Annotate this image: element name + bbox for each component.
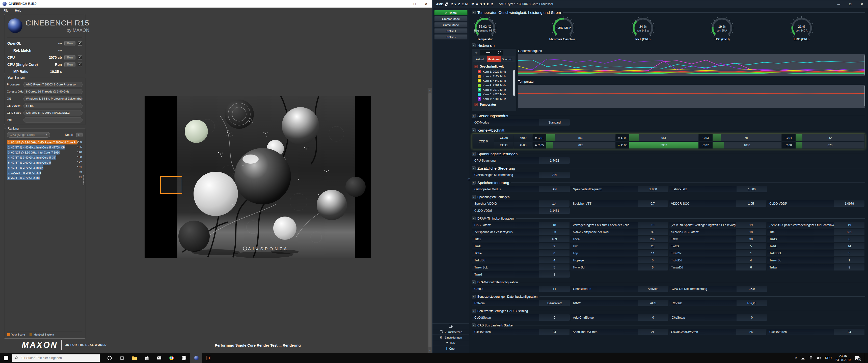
chevron-down-icon[interactable]: ∨	[472, 166, 476, 170]
section-header-dram-controllerkonfiguration[interactable]: ∨DRAM-Controllerkonfiguration	[472, 280, 865, 284]
parameter-cell[interactable]: Trfc631	[767, 229, 865, 235]
section-header-spannungssteuerungen[interactable]: ∨Spannungssteuerungen	[472, 152, 865, 156]
parameter-cell[interactable]: GearDownEnAktiviert	[570, 286, 669, 292]
parameter-cell[interactable]: Trtp14	[570, 250, 668, 256]
start-button[interactable]	[0, 353, 12, 363]
chart-handle[interactable]	[864, 86, 865, 106]
taskbar-cortana-button[interactable]	[103, 353, 116, 363]
parameter-cell[interactable]: Fabric-Takt1.800	[669, 186, 767, 192]
core-c08[interactable]: C 08678	[782, 142, 865, 148]
tab-maximum[interactable]: Maximum	[487, 56, 501, 62]
parameter-cell[interactable]: Twrrd3	[472, 271, 570, 277]
parameter-cell[interactable]: TrdrdDd4	[669, 257, 766, 263]
chevron-down-icon[interactable]: ∨	[472, 309, 476, 313]
section-header-zus-tzliche-steuerung[interactable]: ∨Zusätzliche Steuerung	[472, 166, 865, 170]
show-desktop-button[interactable]	[865, 353, 867, 363]
checkbox-checked-icon[interactable]: ✔	[478, 97, 481, 101]
cinebench-scrollbar[interactable]: ▲ ▼	[428, 88, 432, 353]
legend-core-item[interactable]: ✔Kern 3: 4342 MHz	[472, 78, 516, 83]
parameter-cell[interactable]: Trcpage0	[570, 257, 668, 263]
maximize-icon[interactable]: □	[844, 0, 856, 8]
parameter-cell[interactable]: CsOdtCmdDrvStren24	[669, 329, 766, 335]
apply-discard-button[interactable]	[433, 323, 469, 329]
checkbox-checked-icon[interactable]: ✔	[78, 63, 82, 67]
ryzen-titlebar[interactable]: AMD RYZEN MASTER - AMD Ryzen 7 3800X 8-C…	[433, 0, 868, 8]
details-button[interactable]: ▶	[76, 133, 83, 137]
parameter-cell[interactable]: AddrCmdDrvStren24	[570, 329, 668, 335]
taskbar-ryzen-button[interactable]	[203, 353, 215, 363]
parameter-cell[interactable]: TwrwrScL5	[472, 264, 569, 270]
ranking-row[interactable]: 6. 4C/8T @ 2.79 GHz, Intel Core i7-3840Q…	[7, 165, 83, 170]
chevron-down-icon[interactable]: ∨	[472, 195, 476, 199]
core-c05[interactable]: C 05623	[533, 142, 615, 148]
checkbox-checked-icon[interactable]: ✔	[478, 88, 481, 92]
menu-item-help[interactable]: Help	[15, 9, 21, 12]
parameter-cell[interactable]: AddrCmdSetup0	[570, 315, 669, 321]
legend-temp-group[interactable]: ✔ Temperatur	[472, 101, 516, 107]
volume-icon[interactable]	[817, 356, 821, 360]
section-header-cad-bus-laufwerk-st-rke[interactable]: ∨CAD Bus Laufwerk Stärke	[472, 323, 865, 327]
minimize-icon[interactable]: —	[397, 0, 409, 7]
tab-durchsc[interactable]: Durchsc...	[501, 56, 515, 62]
ranking-row[interactable]: 3. 6C/12T @ 3.30 GHz, Intel Core i7-3930…	[7, 150, 83, 155]
checkbox-checked-icon[interactable]: ✔	[78, 41, 82, 45]
section-header-cores[interactable]: ∨ Kerne-Abschnitt	[472, 128, 865, 132]
sidebar-item-hilfe[interactable]: ?Hilfe	[433, 340, 469, 345]
chart-handle[interactable]	[864, 56, 865, 75]
ranking-row[interactable]: 4. 4C/8T @ 3.40 GHz, Intel Core i7-3770 …	[7, 155, 83, 160]
run-button[interactable]: Run	[64, 55, 75, 60]
run-button[interactable]: Run	[64, 62, 75, 67]
ranking-scrollbar[interactable]	[83, 175, 84, 185]
legend-core-item[interactable]: ✔Kern 4: 2961 MHz	[472, 83, 516, 88]
section-header-histogram[interactable]: ∨ Histogram	[472, 43, 865, 47]
search-input[interactable]	[21, 356, 97, 360]
expand-icon[interactable]	[496, 50, 503, 56]
section-header-dram-timingkonfiguration[interactable]: ∨DRAM-Timingkonfiguration	[472, 216, 865, 221]
clock[interactable]: 23:46 23.08.2019	[835, 354, 850, 362]
sidebar-item-einstellungen[interactable]: ⚙Einstellungen	[433, 334, 469, 340]
legend-core-item[interactable]: ✔Kern 6: 4320 MHz	[472, 92, 516, 97]
language-indicator[interactable]: DEU	[825, 356, 832, 360]
parameter-cell[interactable]: CkeSetup0	[669, 315, 767, 321]
menu-item-file[interactable]: File	[3, 9, 8, 12]
checkbox-checked-icon[interactable]: ✔	[478, 93, 481, 96]
parameter-cell[interactable]: TrdrdSc1	[669, 250, 766, 256]
cinebench-titlebar[interactable]: CINEBENCH R15.0 — □ ✕	[0, 0, 432, 7]
wifi-icon[interactable]	[809, 356, 813, 360]
chevron-down-icon[interactable]: ∨	[472, 280, 476, 284]
sidebar-item-profile-2[interactable]: Profile 2	[434, 34, 468, 40]
taskbar-xbox-button[interactable]	[178, 353, 190, 363]
parameter-cell[interactable]: Verzögerungszeit bis zum Laden der Zeile…	[570, 222, 668, 228]
section-header-speichersteuerung[interactable]: ∨Speichersteuerung	[472, 180, 865, 185]
taskbar-store-button[interactable]	[141, 353, 153, 363]
remove-icon[interactable]	[480, 50, 496, 56]
chevron-down-icon[interactable]: ∨	[472, 114, 476, 118]
parameter-cell[interactable]: VDDCR-SOC1,05	[669, 200, 766, 207]
taskbar-chrome-button[interactable]	[165, 353, 178, 363]
parameter-cell[interactable]: RttParkRZQ/5	[669, 300, 767, 306]
add-icon[interactable]: +	[473, 51, 480, 55]
parameter-cell[interactable]: Tfaw38	[669, 236, 766, 242]
chevron-down-icon[interactable]: ∨	[472, 128, 476, 132]
ranking-row[interactable]: 2. 4C/8T @ 4.40 GHz, Intel Core i7-4770K…	[7, 145, 83, 150]
chevron-down-icon[interactable]: ∨	[472, 295, 476, 298]
chevron-down-icon[interactable]: ∨	[472, 43, 476, 47]
checkbox-checked-icon[interactable]: ✔	[474, 103, 478, 106]
core-c04[interactable]: C 04664	[782, 134, 865, 141]
ranking-row[interactable]: 5. 4C/8T @ 2.60 GHz, Intel Core i7-3720Q…	[7, 160, 83, 165]
parameter-cell[interactable]: Twr26	[570, 243, 668, 249]
legend-core-item[interactable]: ✔Kern 5: 2970 MHz	[472, 88, 516, 92]
close-icon[interactable]: ✕	[421, 0, 432, 7]
parameter-cell[interactable]: „Zeile-zu-Spalte“-Verzögerungszeit für L…	[669, 222, 766, 228]
sidebar-item-zurcksetzen[interactable]: Zurücksetzen	[433, 329, 469, 334]
parameter-cell[interactable]: TwtrL14	[767, 243, 865, 249]
parameter-cell[interactable]: TrdrdSd4	[472, 257, 569, 263]
checkbox-checked-icon[interactable]: ✔	[478, 84, 481, 87]
parameter-cell[interactable]: TrdrdScL5	[767, 250, 865, 256]
checkbox-checked-icon[interactable]: ✔	[474, 65, 478, 68]
parameter-cell[interactable]: TrrdS6	[767, 236, 865, 242]
parameter-cell[interactable]: TwtrS5	[669, 243, 766, 249]
taskbar-mail-button[interactable]	[153, 353, 165, 363]
run-button[interactable]: Run	[64, 41, 75, 46]
sidebar-item-home[interactable]: ⌂Home	[434, 10, 468, 15]
